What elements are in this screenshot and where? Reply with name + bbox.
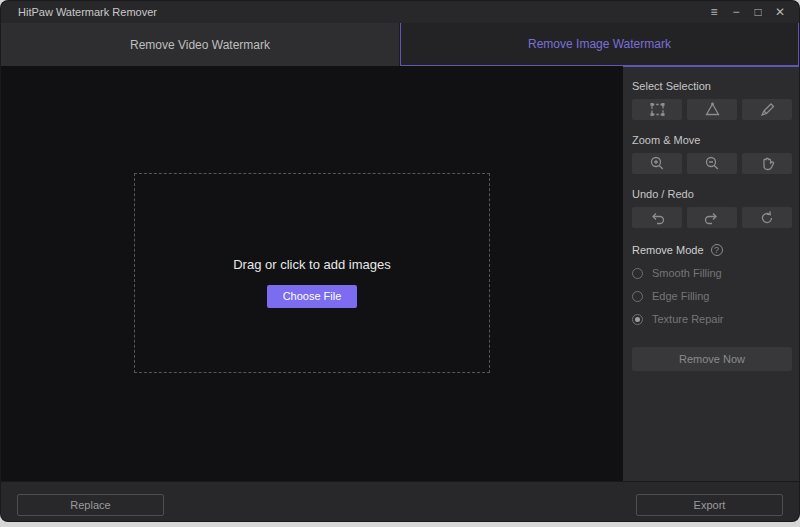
radio-circle-icon xyxy=(632,268,643,279)
polygon-icon xyxy=(703,101,722,118)
hand-pan-button[interactable] xyxy=(742,153,792,174)
replace-button[interactable]: Replace xyxy=(17,494,164,516)
undo-button[interactable] xyxy=(632,207,682,228)
title-bar: HitPaw Watermark Remover ≡ − □ ✕ xyxy=(1,1,799,23)
menu-icon[interactable]: ≡ xyxy=(703,1,725,23)
remove-mode-header: Remove Mode ? xyxy=(632,244,792,256)
window-title: HitPaw Watermark Remover xyxy=(18,6,157,18)
reset-icon xyxy=(758,209,776,226)
footer-bar: Replace Export xyxy=(1,481,799,521)
dropzone-hint: Drag or click to add images xyxy=(233,257,391,272)
zoom-in-icon xyxy=(648,155,666,172)
choose-file-button[interactable]: Choose File xyxy=(267,285,357,308)
zoom-move-tool-row xyxy=(632,153,792,174)
canvas-area: Drag or click to add images Choose File xyxy=(1,66,623,481)
app-window: HitPaw Watermark Remover ≡ − □ ✕ Remove … xyxy=(1,1,799,521)
marquee-select-button[interactable] xyxy=(632,99,682,120)
minimize-icon[interactable]: − xyxy=(725,1,747,23)
polygon-select-button[interactable] xyxy=(687,99,737,120)
remove-now-button[interactable]: Remove Now xyxy=(632,347,792,371)
radio-circle-icon xyxy=(632,291,643,302)
hand-icon xyxy=(758,155,776,172)
radio-label: Smooth Filling xyxy=(652,267,722,279)
radio-texture-repair[interactable]: Texture Repair xyxy=(632,313,792,325)
close-icon[interactable]: ✕ xyxy=(769,1,791,23)
brush-select-button[interactable] xyxy=(742,99,792,120)
main-area: Drag or click to add images Choose File … xyxy=(1,66,799,481)
radio-label: Texture Repair xyxy=(652,313,724,325)
zoom-out-icon xyxy=(703,155,721,172)
tab-remove-video-watermark[interactable]: Remove Video Watermark xyxy=(1,23,400,66)
brush-icon xyxy=(758,101,777,118)
tools-sidebar: Select Selection xyxy=(623,66,799,481)
window-controls: ≡ − □ ✕ xyxy=(703,1,791,23)
zoom-out-button[interactable] xyxy=(687,153,737,174)
redo-icon xyxy=(703,210,721,226)
radio-circle-selected-icon xyxy=(632,314,643,325)
export-button[interactable]: Export xyxy=(636,494,783,516)
marquee-icon xyxy=(648,101,667,118)
reset-button[interactable] xyxy=(742,207,792,228)
redo-button[interactable] xyxy=(687,207,737,228)
help-icon[interactable]: ? xyxy=(711,244,723,256)
radio-smooth-filling[interactable]: Smooth Filling xyxy=(632,267,792,279)
select-selection-header: Select Selection xyxy=(632,80,792,92)
selection-tool-row xyxy=(632,99,792,120)
tab-remove-image-watermark[interactable]: Remove Image Watermark xyxy=(400,23,799,66)
image-dropzone[interactable]: Drag or click to add images Choose File xyxy=(134,173,490,373)
tab-bar: Remove Video Watermark Remove Image Wate… xyxy=(1,23,799,66)
maximize-icon[interactable]: □ xyxy=(747,1,769,23)
undo-redo-tool-row xyxy=(632,207,792,228)
radio-label: Edge Filling xyxy=(652,290,709,302)
zoom-move-header: Zoom & Move xyxy=(632,134,792,146)
undo-redo-header: Undo / Redo xyxy=(632,188,792,200)
undo-icon xyxy=(648,210,666,226)
remove-mode-title: Remove Mode xyxy=(632,244,704,256)
zoom-in-button[interactable] xyxy=(632,153,682,174)
radio-edge-filling[interactable]: Edge Filling xyxy=(632,290,792,302)
